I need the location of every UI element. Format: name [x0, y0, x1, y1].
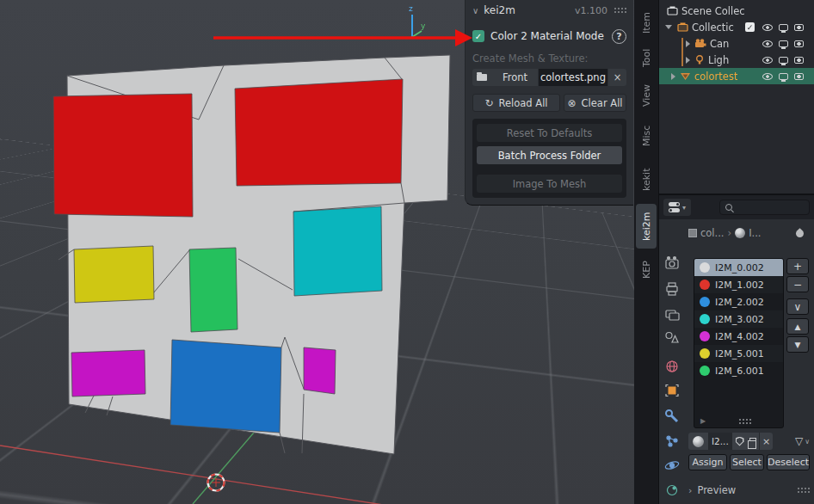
panel-title: kei2m — [484, 4, 515, 16]
pin-icon[interactable] — [794, 228, 805, 239]
material-slot-row[interactable]: I2M_2.002 — [694, 293, 783, 310]
magenta-rect-right — [304, 347, 336, 394]
reload-all-button[interactable]: ↻ Reload All — [472, 94, 560, 112]
move-slot-up-button[interactable]: ▲ — [786, 318, 809, 335]
tab-particles-properties-icon[interactable] — [667, 436, 677, 446]
tab-render-properties-icon[interactable] — [666, 257, 678, 269]
tab-modifier-properties-icon[interactable] — [666, 410, 677, 421]
tab-item[interactable]: Item — [636, 6, 657, 39]
tab-world-properties-icon[interactable] — [667, 361, 677, 372]
image-to-mesh-button[interactable]: Image To Mesh — [477, 175, 622, 193]
disclosure-right-icon[interactable] — [686, 40, 690, 47]
assign-button[interactable]: Assign — [688, 454, 727, 470]
breadcrumb-object[interactable]: col... — [700, 227, 725, 239]
collapse-chevron-icon[interactable]: ∨ — [472, 6, 478, 15]
outliner-row-light[interactable]: Ligh — [659, 52, 814, 68]
list-resize-grip-icon[interactable] — [738, 418, 751, 425]
disclosure-right-icon[interactable] — [686, 57, 690, 64]
disclosure-down-icon[interactable] — [665, 25, 672, 29]
material-link-dropdown[interactable]: ▽ ∨ — [795, 435, 810, 447]
batch-process-folder-button[interactable]: Batch Process Folder — [477, 146, 622, 164]
properties-editor-icon — [669, 202, 680, 212]
clear-all-button[interactable]: ⊗ Clear All — [564, 94, 626, 112]
outliner-row-colortest[interactable]: colortest — [659, 68, 814, 84]
hide-eye-icon[interactable] — [762, 24, 773, 31]
cyan-rect — [293, 206, 382, 296]
browse-material-button[interactable] — [688, 433, 709, 450]
material-slot-row[interactable]: I2M_0.002 — [694, 259, 783, 276]
render-visibility-icon[interactable] — [794, 57, 804, 64]
remove-slot-button[interactable]: − — [786, 276, 809, 292]
hide-eye-icon[interactable] — [762, 73, 773, 80]
tab-view[interactable]: View — [636, 77, 657, 114]
material-name-field[interactable]: I2... — [709, 433, 731, 450]
viewport-visibility-icon[interactable] — [779, 73, 788, 80]
hide-eye-icon[interactable] — [762, 40, 773, 47]
panel-grip-icon[interactable] — [797, 487, 810, 494]
collection-checkbox[interactable]: ✓ — [745, 22, 755, 32]
tab-kei2m[interactable]: kei2m — [636, 204, 657, 249]
select-button[interactable]: Select — [730, 454, 764, 470]
material-datablock-row: I2... × ▽ ∨ — [688, 433, 810, 450]
viewport-visibility-icon[interactable] — [779, 57, 788, 64]
image-filename-field[interactable]: colortest.png — [539, 69, 607, 86]
axis-gizmo-icon: z y — [409, 4, 426, 37]
panel-grip-icon[interactable] — [614, 7, 626, 14]
tab-output-properties-icon[interactable] — [667, 283, 677, 295]
magenta-rect-left — [71, 350, 145, 396]
properties-search-input[interactable] — [719, 200, 810, 215]
list-filter-expand-icon[interactable]: ▶ — [700, 417, 706, 425]
viewport-visibility-icon[interactable] — [779, 40, 788, 47]
unlink-material-button[interactable]: × — [759, 433, 773, 450]
outliner-row-camera[interactable]: Can — [659, 35, 814, 52]
preview-panel-header[interactable]: › Preview — [688, 482, 810, 499]
material-slot-row[interactable]: I2M_5.001 — [694, 345, 783, 362]
tab-constraints-properties-icon[interactable] — [668, 486, 677, 495]
disclosure-right-icon[interactable] — [671, 73, 675, 80]
move-slot-down-button[interactable]: ▼ — [786, 336, 809, 353]
breadcrumb-data[interactable]: I... — [749, 227, 761, 239]
red-rect-left — [53, 94, 193, 217]
outliner-row-scene-collection[interactable]: Scene Collec — [659, 3, 814, 19]
material-slot-row[interactable]: I2M_3.002 — [694, 310, 783, 328]
material-slot-row[interactable]: I2M_1.002 — [694, 276, 783, 293]
new-material-button[interactable] — [747, 433, 759, 450]
tab-kep[interactable]: KEP — [636, 250, 657, 290]
tab-tool[interactable]: Tool — [636, 40, 657, 75]
tab-viewlayer-properties-icon[interactable] — [666, 310, 679, 320]
right-column: Scene Collec Collectic ✓ — [659, 0, 814, 504]
outliner-row-collection[interactable]: Collectic ✓ — [659, 19, 814, 35]
tab-misc[interactable]: Misc — [636, 116, 657, 156]
viewport-visibility-icon[interactable] — [779, 24, 788, 31]
tab-physics-properties-icon[interactable] — [664, 460, 679, 470]
mesh-object-icon — [680, 72, 691, 81]
front-direction-button[interactable]: Front — [472, 69, 538, 86]
copy-icon — [749, 438, 756, 445]
tab-kekit[interactable]: kekit — [636, 157, 657, 202]
properties-tab-column — [659, 247, 685, 502]
help-button[interactable]: ? — [612, 29, 626, 44]
material-slot-row[interactable]: I2M_6.001 — [694, 362, 783, 379]
color2material-checkbox[interactable]: ✓ — [472, 30, 484, 42]
breadcrumb-separator: › — [728, 227, 732, 239]
fake-user-button[interactable] — [731, 433, 747, 450]
hide-eye-icon[interactable] — [762, 57, 773, 64]
remove-image-button[interactable]: × — [608, 69, 626, 86]
slot-specials-button[interactable]: ∨ — [786, 298, 809, 315]
render-visibility-icon[interactable] — [794, 73, 804, 80]
add-slot-button[interactable]: + — [786, 258, 809, 274]
material-ball-icon — [700, 262, 710, 273]
tab-scene-properties-icon[interactable] — [666, 333, 678, 343]
kei2m-panel-header[interactable]: ∨ kei2m v1.100 — [472, 0, 626, 21]
deselect-button[interactable]: Deselect — [767, 454, 810, 470]
material-ball-icon — [700, 297, 710, 307]
reset-to-defaults-button[interactable]: Reset To Defaults — [477, 124, 622, 142]
kei2m-panel: ∨ kei2m v1.100 ✓ Color 2 Material Mode ?… — [465, 0, 633, 206]
render-visibility-icon[interactable] — [794, 40, 804, 47]
camera-object-icon — [694, 39, 706, 48]
editor-type-button[interactable]: ▾ — [663, 199, 691, 216]
tab-object-properties-icon[interactable] — [666, 385, 678, 396]
render-visibility-icon[interactable] — [794, 24, 804, 31]
outliner: Scene Collec Collectic ✓ — [659, 0, 814, 195]
material-slot-row[interactable]: I2M_4.002 — [694, 328, 783, 345]
